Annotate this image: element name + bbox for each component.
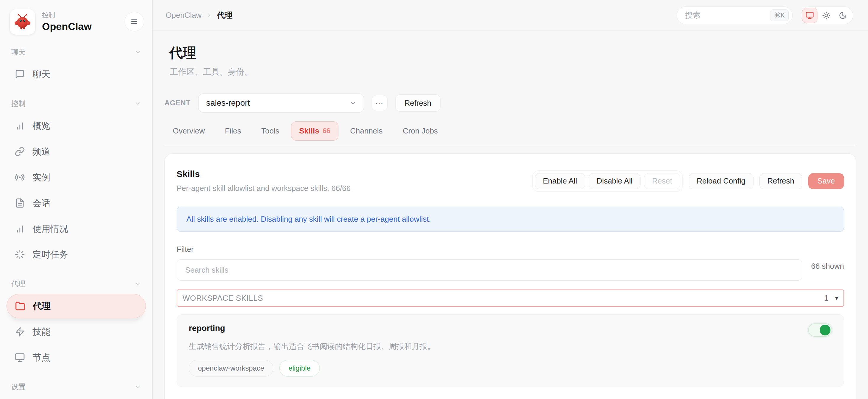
monitor-icon [15,352,25,363]
sidebar-item-usage[interactable]: 使用情况 [6,217,146,241]
theme-switcher [801,6,853,24]
sidebar-item-label: 会话 [33,197,50,209]
theme-system-button[interactable] [802,8,817,23]
theme-dark-button[interactable] [835,8,850,23]
skill-row-reporting: reporting 生成销售统计分析报告，输出适合飞书阅读的结构化日报、周报和月… [177,314,844,387]
reset-button[interactable]: Reset [644,173,680,189]
tab-files[interactable]: Files [217,122,249,140]
sidebar-item-skills[interactable]: 技能 [6,320,146,344]
tab-channels[interactable]: Channels [342,122,391,140]
sidebar-item-nodes[interactable]: 节点 [6,345,146,370]
section-label: 控制 [11,99,26,108]
skills-card-heading: Skills Per-agent skill allowlist and wor… [177,169,350,193]
toggle-knob [820,325,830,335]
section-label: 代理 [11,279,26,288]
section-header-control[interactable]: 控制 [6,98,146,110]
link-icon [15,147,25,157]
sun-icon [822,11,830,20]
skill-row-top: reporting [189,324,832,337]
brand-eyebrow: 控制 [42,11,92,20]
workspace-skills-meta: 1 ▾ [824,293,838,303]
sidebar-item-label: 定时任务 [33,249,68,261]
tab-cron-jobs[interactable]: Cron Jobs [394,122,446,140]
refresh-button[interactable]: Refresh [760,173,802,189]
sidebar-item-sessions[interactable]: 会话 [6,191,146,215]
section-header-settings[interactable]: 设置 [6,381,146,393]
save-button[interactable]: Save [808,173,844,189]
sidebar-item-label: 频道 [33,146,50,158]
agent-tabs: Overview Files Tools Skills 66 Channels … [164,121,856,145]
workspace-skills-count: 1 [824,293,829,303]
folder-icon [15,301,25,311]
file-icon [15,198,25,208]
agent-more-button[interactable]: ⋯ [372,95,388,111]
agent-select[interactable]: sales-report [198,94,364,113]
chevron-down-icon [349,99,356,106]
enable-all-button[interactable]: Enable All [535,173,585,189]
sidebar-section-settings: 设置 [6,381,146,393]
agent-select-value: sales-report [206,98,250,108]
skill-description: 生成销售统计分析报告，输出适合飞书阅读的结构化日报、周报和月报。 [189,341,832,351]
topbar-right: ⌘K [677,6,853,24]
search-input[interactable] [685,11,770,20]
sidebar-section-control: 控制 概览 频道 实例 会话 使用情况 [6,98,146,267]
chevron-right-icon [206,12,212,18]
sidebar-item-instances[interactable]: 实例 [6,165,146,189]
filter-label: Filter [177,245,844,254]
tab-tools[interactable]: Tools [253,122,287,140]
theme-light-button[interactable] [818,8,834,23]
skills-actions: Enable All Disable All Reset Reload Conf… [532,171,844,192]
page-title: 代理 [169,44,856,62]
chat-icon [15,69,25,79]
section-header-agents[interactable]: 代理 [6,278,146,290]
badge-openclaw-workspace: openclaw-workspace [189,360,273,376]
sidebar-header: 控制 OpenClaw [6,6,146,35]
agent-refresh-button[interactable]: Refresh [395,94,440,112]
breadcrumb: OpenClaw 代理 [166,10,232,21]
sidebar-item-label: 代理 [33,300,51,312]
sidebar-item-label: 概览 [33,120,50,132]
section-label: 设置 [11,382,26,392]
tab-skills-count: 66 [323,127,331,135]
chevron-down-icon [134,100,141,107]
brand-name: OpenClaw [42,21,92,32]
caret-down-icon: ▾ [835,295,838,302]
brand-block: 控制 OpenClaw [42,9,92,32]
search-kbd-shortcut: ⌘K [770,9,789,21]
crab-logo-icon [13,13,32,31]
sidebar-item-agents[interactable]: 代理 [6,294,146,318]
disable-all-button[interactable]: Disable All [589,173,641,189]
sidebar-item-channels[interactable]: 频道 [6,140,146,164]
skills-title: Skills [177,169,350,179]
sidebar-item-label: 实例 [33,172,50,184]
breadcrumb-root[interactable]: OpenClaw [166,11,202,20]
skills-card-header: Skills Per-agent skill allowlist and wor… [177,169,844,193]
skills-search-input[interactable] [177,259,802,281]
global-search[interactable]: ⌘K [677,6,793,24]
menu-icon [130,17,139,26]
sidebar-item-chat[interactable]: 聊天 [6,62,146,86]
shown-count: 66 shown [811,262,844,281]
skills-subtitle: Per-agent skill allowlist and workspace … [177,184,350,193]
ellipsis-icon: ⋯ [375,98,384,108]
sidebar-item-overview[interactable]: 概览 [6,114,146,138]
chevron-down-icon [134,49,141,55]
sidebar: 控制 OpenClaw 聊天 聊天 控制 概览 [0,0,153,399]
sidebar-item-cron-tasks[interactable]: 定时任务 [6,242,146,267]
loader-icon [15,249,25,259]
tab-overview[interactable]: Overview [164,122,213,140]
section-header-chat[interactable]: 聊天 [6,46,146,58]
breadcrumb-current: 代理 [217,10,232,21]
app-logo[interactable] [9,9,35,35]
workspace-skills-label: WORKSPACE SKILLS [183,294,263,303]
topbar: OpenClaw 代理 ⌘K [153,0,868,31]
page-subtitle: 工作区、工具、身份。 [170,66,856,78]
sidebar-item-label: 节点 [33,351,50,364]
tab-skills[interactable]: Skills 66 [291,121,338,141]
reload-config-button[interactable]: Reload Config [689,173,753,189]
skill-enabled-toggle[interactable] [808,324,832,337]
main-area: OpenClaw 代理 ⌘K 代理 工作区、工具、 [153,0,868,399]
badge-eligible: eligible [279,360,320,376]
workspace-skills-section-header[interactable]: WORKSPACE SKILLS 1 ▾ [177,289,844,307]
sidebar-collapse-button[interactable] [125,12,144,31]
